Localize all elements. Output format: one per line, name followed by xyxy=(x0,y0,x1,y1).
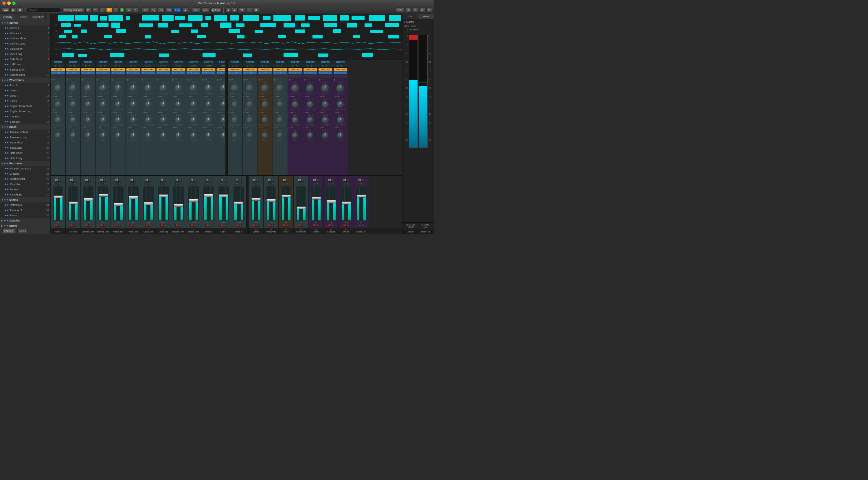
fader-e-btn-57[interactable]: e xyxy=(346,182,349,185)
fader-handle-10[interactable] xyxy=(189,199,198,202)
fader-r2-btn-57[interactable]: R xyxy=(343,224,346,227)
fader-handle-5[interactable] xyxy=(114,203,123,206)
fader-s-btn-3[interactable]: S xyxy=(88,179,91,182)
fader-r2-btn-6[interactable]: R xyxy=(130,224,133,227)
fader-r-btn-52[interactable]: R xyxy=(268,182,271,185)
fader-handle-52[interactable] xyxy=(267,199,276,202)
fader-m-btn-4[interactable]: M xyxy=(100,179,103,182)
fader-r2-btn-4[interactable]: R xyxy=(100,224,103,227)
btn-rp4[interactable]: ⊡ xyxy=(427,7,432,13)
cs-knob3-10[interactable] xyxy=(190,117,197,124)
fader-r2-btn-8[interactable]: R xyxy=(160,224,163,227)
fader-e-btn-4[interactable]: e xyxy=(103,182,106,185)
fader-s-btn-52[interactable]: S xyxy=(271,179,274,182)
cs-knob4-6[interactable] xyxy=(130,132,136,138)
cs-knob3-52[interactable] xyxy=(247,117,253,124)
sidebar-item-violines2[interactable]: Violines II 2 xyxy=(3,31,50,36)
fader-s-btn-51[interactable]: S xyxy=(256,179,259,182)
fader-r2-btn-7[interactable]: R xyxy=(145,224,148,227)
fader-e-btn-9[interactable]: e xyxy=(179,182,181,185)
sidebar-item-english-horn-long[interactable]: English Horn Long 16 xyxy=(3,109,50,114)
sidebar-item-violines-long[interactable]: Violines Long 4 xyxy=(3,41,50,46)
fader-m-btn-11[interactable]: M xyxy=(206,179,208,182)
btn-next[interactable]: ▶ xyxy=(232,7,238,13)
cs-knob1-3[interactable] xyxy=(84,84,92,92)
cs-knob3-57[interactable] xyxy=(322,117,329,124)
cs-insert1-4[interactable]: Noise Gate xyxy=(96,68,110,71)
fader-e-btn-12[interactable]: e xyxy=(224,182,226,185)
fader-m-btn-54[interactable]: M xyxy=(298,179,301,182)
cs-insert2-out[interactable]: Standard Comp. xyxy=(334,71,347,74)
cs-insert1-53[interactable]: Noise Gate xyxy=(258,68,272,71)
cs-knob3-5[interactable] xyxy=(115,117,122,124)
cs-knob4-56[interactable] xyxy=(307,132,313,138)
fader-e-btn-6[interactable]: e xyxy=(133,182,136,185)
cs-insert2-57[interactable]: Standard Comp. xyxy=(318,71,332,74)
cs-knob1-9[interactable] xyxy=(175,84,183,92)
cs-insert2-9[interactable]: Standard Comp. xyxy=(172,71,185,74)
sidebar-item-violins1[interactable]: Violins I 1 xyxy=(3,26,50,31)
cs-knob2-57[interactable] xyxy=(322,101,329,108)
cs-knob2-9[interactable] xyxy=(175,101,182,108)
fader-r2-btn-52[interactable]: R xyxy=(268,224,271,227)
sidebar-item-xylophone[interactable]: Xylophone 30 xyxy=(3,192,50,197)
cs-insert2-10[interactable]: Standard Comp. xyxy=(187,71,200,74)
cs-insert1-12[interactable]: Noise Gate xyxy=(217,68,225,71)
sidebar-item-trumpets-long[interactable]: Trumpets Long 20 xyxy=(3,135,50,140)
cs-knob4-4[interactable] xyxy=(100,132,106,138)
cs-knob3-55[interactable] xyxy=(292,117,299,124)
fader-s-btn-5[interactable]: S xyxy=(118,179,121,182)
cs-insert1-54[interactable]: Noise Gate xyxy=(273,68,287,71)
cs-knob1-8[interactable] xyxy=(159,84,167,92)
tab-snapshots[interactable]: Snapshots xyxy=(30,14,46,20)
fader-m-btn-6[interactable]: M xyxy=(130,179,133,182)
sidebar-item-piano[interactable]: Piano 33 xyxy=(3,213,50,218)
cs-knob3-12[interactable] xyxy=(220,117,225,124)
sidebar-item-celli-short[interactable]: Celli Short 7 xyxy=(3,57,50,62)
fader-r2-btn-1[interactable]: R xyxy=(55,224,58,227)
sidebar-item-oboe2[interactable]: Oboe II 13 xyxy=(3,93,50,98)
fader-m-btn-56[interactable]: M xyxy=(328,179,331,182)
cs-insert2-2[interactable]: Standard Comp. xyxy=(66,71,80,74)
fader-e-btn-3[interactable]: e xyxy=(88,182,91,185)
transport-play-btn[interactable]: ▶ xyxy=(10,7,16,13)
fader-r2-btn-9[interactable]: R xyxy=(175,224,178,227)
fader-m-btn-5[interactable]: M xyxy=(115,179,118,182)
fader-r-btn-2[interactable]: R xyxy=(70,182,73,185)
fader-m-btn-2[interactable]: M xyxy=(70,179,73,182)
cs-knob2-8[interactable] xyxy=(160,101,167,108)
fader-w2-btn-51[interactable]: W xyxy=(256,224,259,227)
fader-m-btn-55[interactable]: M xyxy=(313,179,316,182)
sidebar-item-padshop2[interactable]: Padshop 2 32 xyxy=(3,207,50,213)
cs-insert1-52[interactable]: Noise Gate xyxy=(243,68,257,71)
cs-knob3-1[interactable] xyxy=(55,117,62,124)
fader-w2-btn-52[interactable]: W xyxy=(271,224,274,227)
configurations-btn[interactable]: Configurations ▾ xyxy=(62,7,84,13)
transport-settings-btn[interactable]: ⚙ xyxy=(17,7,23,13)
cs-knob2-out[interactable] xyxy=(337,101,344,108)
bottom-zones-btn[interactable]: Zones xyxy=(18,229,28,233)
btn-ins[interactable]: Ins xyxy=(142,7,149,13)
fader-handle-1[interactable] xyxy=(54,195,63,198)
cs-insert1-9[interactable]: Noise Gate xyxy=(172,68,185,71)
sidebar-item-basses-short[interactable]: Basses Short 9 xyxy=(3,67,50,72)
fader-e-btn-51[interactable]: e xyxy=(256,182,259,185)
fader-w2-btn-9[interactable]: W xyxy=(179,224,181,227)
fader-s-btn-57[interactable]: S xyxy=(346,179,349,182)
fader-s-btn-2[interactable]: S xyxy=(73,179,76,182)
fader-s-btn-8[interactable]: S xyxy=(163,179,166,182)
btn-number[interactable]: 21 xyxy=(239,7,245,13)
fader-w2-btn-10[interactable]: W xyxy=(193,224,196,227)
cs-insert2-6[interactable]: Standard Comp. xyxy=(126,71,140,74)
cs-knob2-1[interactable] xyxy=(55,101,62,108)
fader-w2-btn-1[interactable]: W xyxy=(58,224,61,227)
sidebar-item-basses-long[interactable]: Basses Long 10 xyxy=(3,72,50,77)
cs-knob4-8[interactable] xyxy=(160,132,167,138)
cs-insert2-12[interactable]: Standard Comp. xyxy=(217,71,225,74)
cs-knob4-54[interactable] xyxy=(277,132,283,138)
fader-e-btn-8[interactable]: e xyxy=(163,182,166,185)
sidebar-item-viola-long[interactable]: Viola Long 6 xyxy=(3,52,50,57)
cs-knob1-12[interactable] xyxy=(220,84,225,92)
btn-sus[interactable]: Sus xyxy=(192,7,200,13)
cs-knob1-1[interactable] xyxy=(54,84,62,92)
